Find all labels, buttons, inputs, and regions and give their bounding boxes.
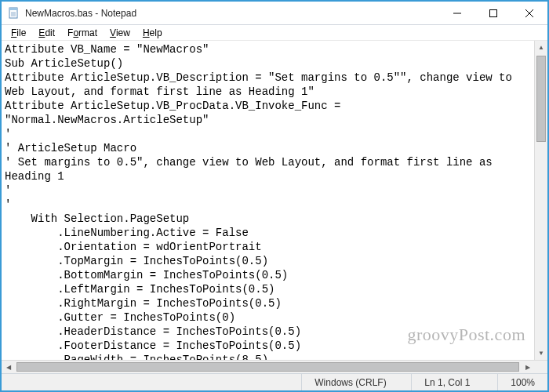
menu-format[interactable]: Format [61,27,104,39]
hscroll-row: ◀ ▶ [2,360,547,373]
text-editor[interactable]: Attribute VB_Name = "NewMacros" Sub Arti… [2,41,534,360]
window-controls [439,2,547,24]
menu-file-rest: ile [16,27,26,38]
menu-file[interactable]: File [5,27,32,39]
menubar: File Edit Format View Help [2,25,547,41]
svg-rect-6 [490,9,497,16]
hscroll-thumb[interactable] [16,362,519,372]
vscroll-track[interactable] [535,54,547,347]
svg-rect-1 [9,8,17,10]
status-line-col: Ln 1, Col 1 [411,374,497,390]
scroll-down-arrow-icon[interactable]: ▼ [535,347,547,360]
menu-view-rest: iew [116,27,130,38]
menu-format-rest: rmat [78,27,97,38]
menu-help-rest: elp [150,27,162,38]
scroll-right-arrow-icon[interactable]: ▶ [521,361,534,373]
status-zoom: 100% [497,374,547,390]
scroll-corner [534,361,547,373]
notepad-app-icon [8,7,20,20]
menu-edit[interactable]: Edit [32,27,61,39]
close-button[interactable] [511,2,547,24]
window-title: NewMacros.bas - Notepad [25,8,439,19]
horizontal-scrollbar[interactable]: ◀ ▶ [2,361,534,373]
hscroll-track[interactable] [15,361,521,373]
statusbar: Windows (CRLF) Ln 1, Col 1 100% [2,373,547,390]
minimize-button[interactable] [439,2,475,24]
vscroll-thumb[interactable] [536,56,546,142]
maximize-button[interactable] [475,2,511,24]
notepad-window: NewMacros.bas - Notepad File Edit Format… [2,2,547,390]
content-area: Attribute VB_Name = "NewMacros" Sub Arti… [2,41,547,360]
titlebar[interactable]: NewMacros.bas - Notepad [2,2,547,25]
menu-edit-rest: dit [45,27,55,38]
vertical-scrollbar[interactable]: ▲ ▼ [534,41,547,360]
menu-help[interactable]: Help [136,27,169,39]
scroll-up-arrow-icon[interactable]: ▲ [535,41,547,54]
status-line-ending: Windows (CRLF) [301,374,411,390]
menu-view[interactable]: View [104,27,136,39]
scroll-left-arrow-icon[interactable]: ◀ [2,361,15,373]
